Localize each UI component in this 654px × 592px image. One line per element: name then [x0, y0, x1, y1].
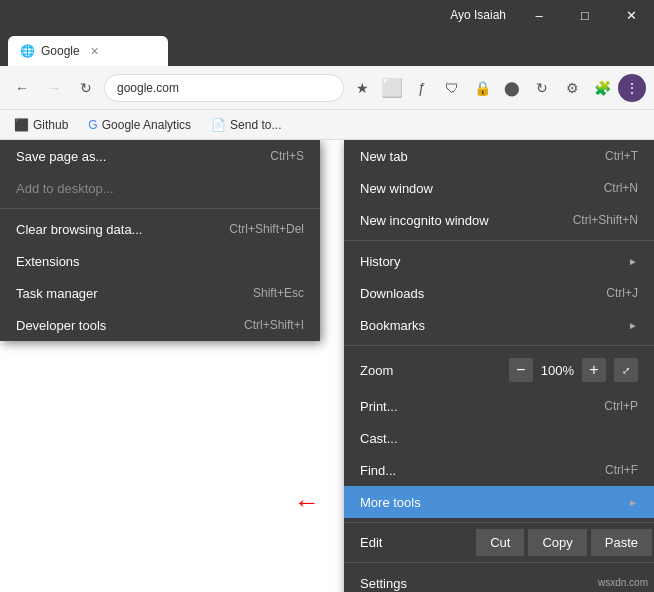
left-menu-extensions-label: Extensions [16, 254, 80, 269]
address-text: google.com [117, 81, 179, 95]
menu-find-shortcut: Ctrl+F [605, 463, 638, 477]
menu-paste-button[interactable]: Paste [591, 529, 652, 556]
extension-icon[interactable]: 🧩 [588, 74, 616, 102]
left-menu-task-manager-shortcut: Shift+Esc [253, 286, 304, 300]
bookmark-google-analytics-label: Google Analytics [102, 118, 191, 132]
menu-icon[interactable]: ⋮ [618, 74, 646, 102]
menu-find[interactable]: Find... Ctrl+F [344, 454, 654, 486]
google-icon: G [88, 118, 97, 132]
menu-cut-button[interactable]: Cut [476, 529, 524, 556]
address-bar[interactable]: google.com [104, 74, 344, 102]
left-menu-task-manager[interactable]: Task manager Shift+Esc [0, 277, 320, 309]
tab-bar: 🌐 Google ✕ [0, 30, 654, 66]
menu-settings-label: Settings [360, 576, 407, 591]
history-arrow-icon: ► [628, 256, 638, 267]
menu-downloads-shortcut: Ctrl+J [606, 286, 638, 300]
zoom-expand-button[interactable]: ⤢ [614, 358, 638, 382]
left-menu-developer-tools[interactable]: Developer tools Ctrl+Shift+I [0, 309, 320, 341]
menu-bookmarks[interactable]: Bookmarks ► [344, 309, 654, 341]
bookmark-google-analytics[interactable]: G Google Analytics [82, 116, 197, 134]
menu-new-tab-shortcut: Ctrl+T [605, 149, 638, 163]
forward-button[interactable]: → [40, 74, 68, 102]
bookmark-github[interactable]: ⬛ Github [8, 116, 74, 134]
right-menu-divider-2 [344, 345, 654, 346]
left-menu-add-to-desktop: Add to desktop... [0, 172, 320, 204]
title-bar: Ayo Isaiah – □ ✕ [0, 0, 654, 30]
menu-new-window-shortcut: Ctrl+N [604, 181, 638, 195]
title-bar-text: Ayo Isaiah [450, 8, 506, 22]
reload-button[interactable]: ↻ [72, 74, 100, 102]
right-menu-divider-3 [344, 522, 654, 523]
menu-cast[interactable]: Cast... [344, 422, 654, 454]
back-button[interactable]: ← [8, 74, 36, 102]
menu-print[interactable]: Print... Ctrl+P [344, 390, 654, 422]
zoom-minus-button[interactable]: − [509, 358, 533, 382]
bookmarks-arrow-icon: ► [628, 320, 638, 331]
watermark: wsxdn.com [598, 577, 648, 588]
bookmark-github-label: Github [33, 118, 68, 132]
right-menu-divider-4 [344, 562, 654, 563]
menu-history-label: History [360, 254, 400, 269]
menu-find-label: Find... [360, 463, 396, 478]
left-menu-save-page[interactable]: Save page as... Ctrl+S [0, 140, 320, 172]
active-tab[interactable]: 🌐 Google ✕ [8, 36, 168, 66]
left-menu-developer-tools-shortcut: Ctrl+Shift+I [244, 318, 304, 332]
close-button[interactable]: ✕ [608, 0, 654, 30]
pocket-icon[interactable]: ⬜ [378, 74, 406, 102]
zoom-plus-button[interactable]: + [582, 358, 606, 382]
menu-zoom-label: Zoom [360, 363, 393, 378]
left-menu-divider-1 [0, 208, 320, 209]
menu-edit-row: Edit Cut Copy Paste [344, 527, 654, 558]
more-tools-arrow: ← [294, 487, 320, 518]
toolbar: ← → ↻ google.com ★ ⬜ ƒ 🛡 🔒 ⬤ ↻ ⚙ 🧩 ⋮ [0, 66, 654, 110]
settings-icon[interactable]: ⚙ [558, 74, 586, 102]
menu-edit-label: Edit [344, 527, 474, 558]
menu-new-incognito-label: New incognito window [360, 213, 489, 228]
left-context-menu: Save page as... Ctrl+S Add to desktop...… [0, 140, 320, 341]
menu-new-tab[interactable]: New tab Ctrl+T [344, 140, 654, 172]
star-icon[interactable]: ★ [348, 74, 376, 102]
zoom-value: 100% [541, 363, 574, 378]
shield-icon[interactable]: 🛡 [438, 74, 466, 102]
bookmark-send-to[interactable]: 📄 Send to... [205, 116, 287, 134]
title-bar-buttons: – □ ✕ [516, 0, 654, 30]
left-menu-add-to-desktop-label: Add to desktop... [16, 181, 114, 196]
menu-new-incognito-shortcut: Ctrl+Shift+N [573, 213, 638, 227]
tab-label: Google [41, 44, 80, 58]
menu-print-shortcut: Ctrl+P [604, 399, 638, 413]
menu-cast-label: Cast... [360, 431, 398, 446]
menu-downloads-label: Downloads [360, 286, 424, 301]
left-menu-developer-tools-label: Developer tools [16, 318, 106, 333]
github-icon: ⬛ [14, 118, 29, 132]
left-menu-task-manager-label: Task manager [16, 286, 98, 301]
page-content: Google Save page as... Ctrl+S Add to des… [0, 140, 654, 592]
bookmark-send-to-label: Send to... [230, 118, 281, 132]
menu-new-window-label: New window [360, 181, 433, 196]
menu-downloads[interactable]: Downloads Ctrl+J [344, 277, 654, 309]
lock-icon[interactable]: 🔒 [468, 74, 496, 102]
menu-new-window[interactable]: New window Ctrl+N [344, 172, 654, 204]
menu-copy-button[interactable]: Copy [528, 529, 586, 556]
doc-icon: 📄 [211, 118, 226, 132]
left-menu-clear-browsing[interactable]: Clear browsing data... Ctrl+Shift+Del [0, 213, 320, 245]
refresh-icon[interactable]: ↻ [528, 74, 556, 102]
menu-new-tab-label: New tab [360, 149, 408, 164]
menu-zoom: Zoom − 100% + ⤢ [344, 350, 654, 390]
left-menu-extensions[interactable]: Extensions ← [0, 245, 320, 277]
tab-close-icon[interactable]: ✕ [90, 45, 99, 58]
menu-bookmarks-label: Bookmarks [360, 318, 425, 333]
menu-more-tools[interactable]: More tools ← ► [344, 486, 654, 518]
maximize-button[interactable]: □ [562, 0, 608, 30]
menu-history[interactable]: History ► [344, 245, 654, 277]
privacy-icon[interactable]: ⬤ [498, 74, 526, 102]
font-icon[interactable]: ƒ [408, 74, 436, 102]
left-menu-save-page-label: Save page as... [16, 149, 106, 164]
minimize-button[interactable]: – [516, 0, 562, 30]
right-menu-divider-1 [344, 240, 654, 241]
toolbar-icons: ★ ⬜ ƒ 🛡 🔒 ⬤ ↻ ⚙ 🧩 ⋮ [348, 74, 646, 102]
bookmarks-bar: ⬛ Github G Google Analytics 📄 Send to... [0, 110, 654, 140]
menu-new-incognito[interactable]: New incognito window Ctrl+Shift+N [344, 204, 654, 236]
more-tools-arrow-icon: ► [628, 497, 638, 508]
menu-print-label: Print... [360, 399, 398, 414]
zoom-control: − 100% + ⤢ [509, 358, 638, 382]
